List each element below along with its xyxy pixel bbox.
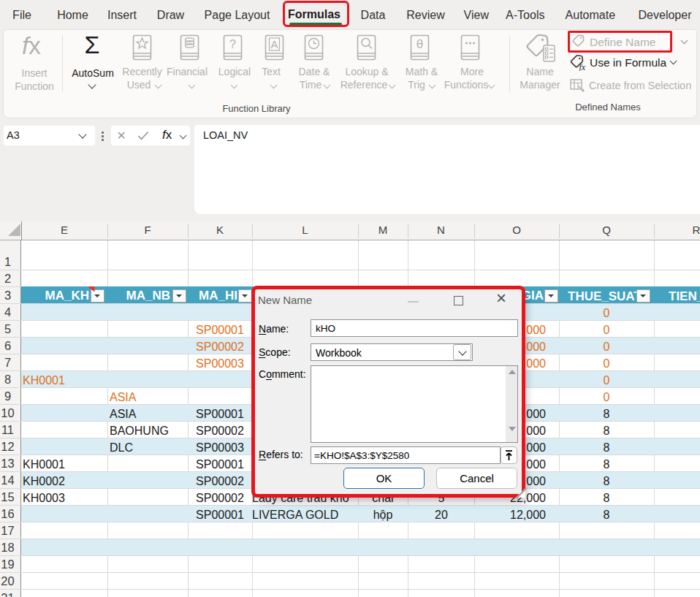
svg-text:A: A	[270, 38, 278, 50]
svg-text:θ: θ	[416, 37, 423, 51]
svg-text:?: ?	[229, 38, 236, 50]
svg-text:fx: fx	[579, 62, 586, 72]
